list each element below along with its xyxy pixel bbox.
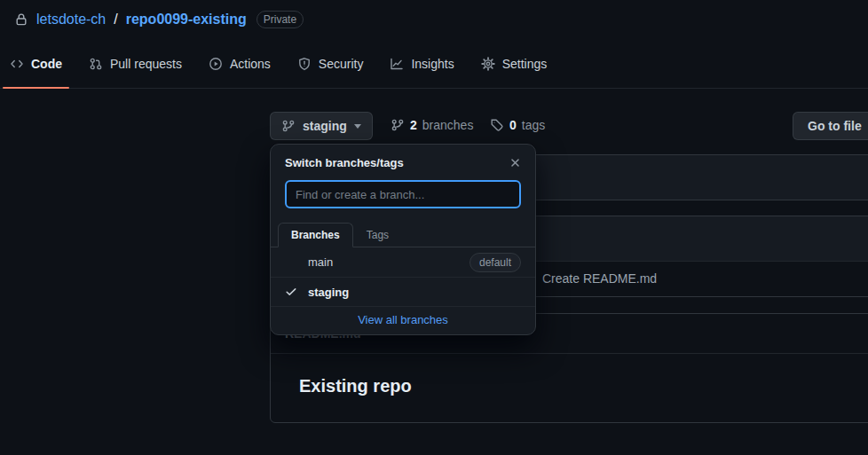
branch-filter-input[interactable] [285, 180, 521, 208]
close-icon[interactable] [509, 157, 521, 169]
play-circle-icon [209, 57, 223, 71]
tab-tags[interactable]: Tags [353, 223, 402, 247]
tags-count-label: tags [522, 118, 545, 132]
pull-request-icon [89, 57, 103, 71]
tab-label: Settings [502, 57, 548, 71]
tab-insights[interactable]: Insights [383, 39, 461, 88]
tag-icon [490, 118, 504, 132]
visibility-badge: Private [256, 11, 304, 28]
default-badge: default [470, 253, 521, 272]
branches-count: 2 [410, 118, 417, 132]
github-repo-page: letsdote-ch / repo0099-existing Private … [0, 0, 868, 455]
go-to-file-label: Go to file [808, 119, 862, 133]
tab-actions[interactable]: Actions [201, 39, 278, 88]
branches-count-label: branches [422, 118, 474, 132]
tab-label: Code [31, 57, 62, 71]
readme-content: Existing repo [271, 354, 868, 419]
breadcrumb-separator: / [114, 12, 117, 27]
file-commit-message-link[interactable]: Create README.md [542, 271, 657, 286]
branch-item-staging[interactable]: staging [271, 277, 535, 306]
branch-filter [271, 176, 535, 222]
branch-menu-title: Switch branches/tags [285, 156, 404, 169]
repo-nav: Code Pull requests Actions [0, 39, 868, 89]
tab-branches[interactable]: Branches [278, 223, 353, 247]
branches-count-link[interactable]: 2 branches [391, 118, 473, 132]
tab-security[interactable]: Security [290, 39, 371, 88]
branch-name: staging [308, 286, 349, 299]
code-icon [10, 57, 24, 71]
lock-icon [14, 12, 28, 27]
shield-icon [297, 57, 312, 71]
check-icon [285, 286, 308, 298]
branch-menu-footer: View all branches [271, 306, 535, 332]
tab-code[interactable]: Code [3, 39, 69, 88]
git-branch-icon [391, 118, 405, 132]
breadcrumb-repo-link[interactable]: repo0099-existing [126, 12, 247, 27]
chevron-down-icon [354, 124, 361, 129]
tags-count-link[interactable]: 0 tags [490, 118, 545, 132]
tab-label: Pull requests [110, 57, 182, 71]
branch-selector-button[interactable]: staging [270, 112, 373, 140]
tab-label: Insights [411, 57, 454, 71]
branch-item-main[interactable]: main default [271, 247, 535, 277]
gear-icon [481, 57, 495, 71]
breadcrumb-owner-link[interactable]: letsdote-ch [36, 12, 106, 27]
tab-label: Actions [230, 57, 271, 71]
go-to-file-button[interactable]: Go to file [793, 112, 868, 140]
branch-switcher-menu: Switch branches/tags Branches Tags main … [270, 144, 536, 335]
tab-pull-requests[interactable]: Pull requests [82, 39, 189, 88]
branch-menu-header: Switch branches/tags [271, 145, 535, 176]
tab-settings[interactable]: Settings [474, 39, 555, 88]
readme-heading: Existing repo [299, 376, 868, 396]
branch-menu-tabs: Branches Tags [271, 222, 535, 247]
tab-label: Security [319, 57, 364, 71]
tags-count: 0 [509, 118, 517, 132]
branch-name: main [308, 255, 333, 269]
git-branch-icon [281, 119, 296, 133]
current-branch-label: staging [303, 119, 347, 133]
graph-icon [390, 57, 404, 71]
view-all-branches-link[interactable]: View all branches [358, 313, 448, 326]
repo-header: letsdote-ch / repo0099-existing Private [0, 0, 868, 39]
